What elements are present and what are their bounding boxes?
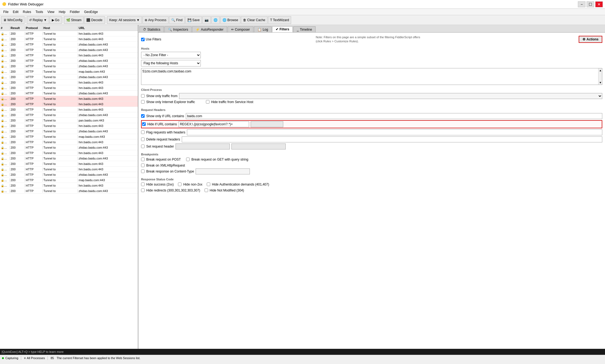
table-row[interactable]: 🔒499 200 HTTP Tunnel to hm.baidu.com:443 (0, 101, 138, 107)
table-row[interactable]: 🔒449 200 HTTP Tunnel to hm.baidu.com:443 (0, 80, 138, 85)
header-host[interactable]: Host (43, 26, 78, 30)
url-contains-input[interactable] (186, 113, 602, 119)
table-row[interactable]: 🔒638 200 HTTP Tunnel to zhidao.baidu.com… (0, 145, 138, 150)
menu-item-view[interactable]: View (45, 9, 57, 14)
table-row[interactable]: 🔒685 200 HTTP Tunnel to zhidao.baidu.com… (0, 172, 138, 177)
maximize-button[interactable]: ☐ (587, 1, 594, 7)
table-row[interactable]: 🔒687 200 HTTP Tunnel to map.baidu.com:44… (0, 177, 138, 183)
show-only-ie-checkbox[interactable] (141, 100, 145, 104)
minimize-button[interactable]: − (578, 1, 585, 7)
hide-not-modified-checkbox[interactable] (205, 189, 208, 192)
menu-item-fiddler[interactable]: Fiddler (68, 9, 82, 14)
replay-button[interactable]: ↺ Replay ▼ (27, 16, 49, 24)
table-row[interactable]: 🔒448 200 HTTP Tunnel to zhidao.baidu.com… (0, 74, 138, 80)
content-type-input[interactable] (196, 168, 250, 174)
browse-button[interactable]: 🌐 Browse (220, 16, 240, 24)
set-header-checkbox[interactable] (141, 145, 145, 148)
zone-filter-select[interactable]: - No Zone Filter - (141, 52, 201, 58)
delete-headers-checkbox[interactable] (141, 138, 145, 141)
text-wizard-button[interactable]: T TextWizard (268, 16, 291, 24)
keep-button[interactable]: Keep: All sessions ▼ (107, 16, 142, 24)
table-row[interactable]: 🔒370 200 HTTP Tunnel to zhidao.baidu.com… (0, 47, 138, 53)
set-header-value-input[interactable] (231, 143, 286, 149)
save-button[interactable]: 💾 Save (185, 16, 202, 24)
break-post-checkbox[interactable] (141, 158, 145, 161)
hide-url-extra-input[interactable] (251, 121, 283, 127)
hide-auth-checkbox[interactable] (207, 183, 210, 186)
flag-requests-checkbox[interactable] (141, 130, 145, 134)
hide-success-checkbox[interactable] (141, 183, 145, 186)
menu-item-file[interactable]: File (1, 9, 11, 14)
table-row[interactable]: 🔒322 200 HTTP Tunnel to hm.baidu.com:443 (0, 36, 138, 42)
set-header-name-input[interactable] (176, 143, 230, 149)
hosts-value[interactable]: 51cto.com;baidu.com;taobao.com (141, 68, 598, 85)
winconfig-button[interactable]: 🖥 WinConfig (1, 16, 24, 24)
table-row[interactable]: 🔒573 200 HTTP Tunnel to hm.baidu.com:443 (0, 139, 138, 145)
tab-log[interactable]: 📋Log (254, 26, 272, 32)
menu-item-rules[interactable]: Rules (21, 9, 33, 14)
menu-item-edit[interactable]: Edit (11, 9, 21, 14)
header-result[interactable]: Result (10, 26, 25, 30)
use-filters-checkbox[interactable] (141, 38, 145, 41)
table-row[interactable]: 🔒563 200 HTTP Tunnel to map.baidu.com:44… (0, 134, 138, 139)
go-button[interactable]: ▶ Go (50, 16, 62, 24)
delete-headers-input[interactable] (182, 136, 602, 142)
find-button[interactable]: 🔍 Find (169, 16, 184, 24)
close-button[interactable]: ✕ (595, 1, 603, 7)
hide-redirects-checkbox[interactable] (141, 189, 145, 192)
tab-inspectors[interactable]: 🔍Inspectors (164, 26, 192, 32)
scroll-up[interactable]: ▲ (598, 68, 602, 72)
table-row[interactable]: 🔒651 200 HTTP Tunnel to hm.baidu.com:443 (0, 150, 138, 156)
table-row[interactable]: 🔒312 200 HTTP Tunnel to hm.baidu.com:443 (0, 31, 138, 36)
tab-composer[interactable]: ✏Composer (228, 26, 253, 32)
tab-timeline[interactable]: ⎯Timeline (293, 26, 316, 32)
quickexec-text[interactable]: [QuickExec] ALT+Q > type HELP to learn m… (2, 350, 63, 353)
table-row[interactable]: 🔒525 200 HTTP Tunnel to hm.baidu.com:443 (0, 107, 138, 112)
flag-hosts-select[interactable]: Flag the following Hosts (141, 60, 201, 66)
table-row[interactable]: 🔒656 200 HTTP Tunnel to zhidao.baidu.com… (0, 156, 138, 161)
header-url[interactable]: URL (78, 26, 138, 30)
table-row[interactable]: 🔒494 200 HTTP Tunnel to hm.baidu.com:443 (0, 96, 138, 101)
table-row[interactable]: 🔒477 200 HTTP Tunnel to hm.baidu.com:443 (0, 85, 138, 91)
table-row[interactable]: 🔒700 200 HTTP Tunnel to zhidao.baidu.com… (0, 188, 138, 194)
clear-cache-button[interactable]: 🗑 Clear Cache (241, 16, 268, 24)
tab-autoresponder[interactable]: ⚡AutoResponder (192, 26, 227, 32)
table-row[interactable]: 🔒678 200 HTTP Tunnel to hm.baidu.com:443 (0, 167, 138, 172)
table-row[interactable]: 🔒339 200 HTTP Tunnel to zhidao.baidu.com… (0, 42, 138, 47)
show-only-url-checkbox[interactable] (141, 114, 145, 118)
stream-button[interactable]: 🌿 Stream (64, 16, 84, 24)
table-row[interactable]: 🔒533 200 HTTP Tunnel to zhidao.baidu.com… (0, 112, 138, 118)
hide-url-input[interactable] (179, 121, 249, 127)
menu-item-help[interactable]: Help (57, 9, 68, 14)
table-row[interactable]: 🔒549 200 HTTP Tunnel to zhidao.baidu.com… (0, 129, 138, 134)
flag-requests-input[interactable] (187, 129, 602, 135)
table-row[interactable]: 🔒421 200 HTTP Tunnel to zhidao.baidu.com… (0, 63, 138, 69)
globe-button[interactable]: 🌐 (211, 16, 220, 24)
hide-traffic-service-checkbox[interactable] (206, 100, 209, 104)
menu-item-tools[interactable]: Tools (33, 9, 45, 14)
break-xml-checkbox[interactable] (141, 164, 145, 167)
hide-non2xx-checkbox[interactable] (178, 183, 182, 186)
table-row[interactable]: 🔒698 200 HTTP Tunnel to hm.baidu.com:443 (0, 183, 138, 188)
table-row[interactable]: 🔒548 200 HTTP Tunnel to hm.baidu.com:443 (0, 123, 138, 129)
table-row[interactable]: 🔒389 200 HTTP Tunnel to hm.baidu.com:443 (0, 53, 138, 58)
screenshot-button[interactable]: 📷 (202, 16, 211, 24)
menu-item-geoedge[interactable]: GeoEdge (82, 9, 100, 14)
hosts-scrollbar[interactable]: ▲ ▼ (598, 68, 602, 85)
actions-button[interactable]: ⚙ Actions (579, 36, 602, 43)
tab-filters[interactable]: ✔Filters (272, 26, 293, 32)
tab-statistics[interactable]: ⏱Statistics (139, 26, 164, 32)
process-select[interactable] (179, 93, 602, 99)
header-id[interactable]: # (0, 26, 10, 30)
break-content-checkbox[interactable] (141, 170, 145, 173)
hide-url-checkbox[interactable] (142, 122, 146, 126)
table-row[interactable]: 🔒543 200 HTTP Tunnel to pan.baidu.com:44… (0, 118, 138, 123)
table-row[interactable]: 🔒390 200 HTTP Tunnel to zhidao.baidu.com… (0, 58, 138, 63)
break-get-checkbox[interactable] (186, 158, 190, 161)
scroll-down[interactable]: ▼ (598, 81, 602, 85)
table-row[interactable]: 🔒425 200 HTTP Tunnel to map.baidu.com:44… (0, 69, 138, 74)
show-only-traffic-checkbox[interactable] (141, 94, 145, 98)
table-row[interactable]: 🔒479 200 HTTP Tunnel to zhidao.baidu.com… (0, 91, 138, 96)
header-protocol[interactable]: Protocol (25, 26, 43, 30)
table-row[interactable]: 🔒672 200 HTTP Tunnel to hm.baidu.com:443 (0, 161, 138, 167)
